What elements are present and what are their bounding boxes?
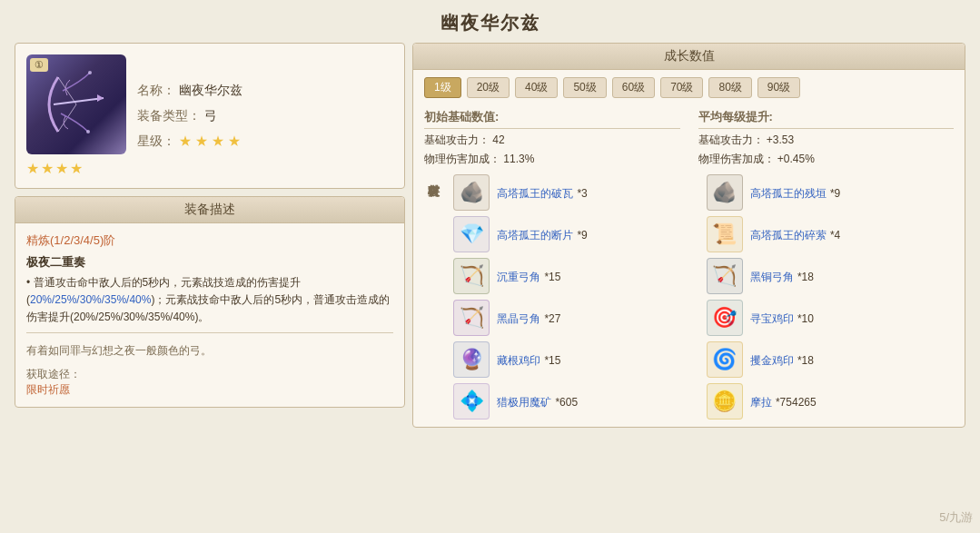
star-label-row: 星级： ★ ★ ★ ★ xyxy=(137,133,393,150)
desc-content: 精炼(1/2/3/4/5)阶 极夜二重奏 • 普通攻击命中敌人后的5秒内，元素战… xyxy=(15,223,404,407)
mat-name: 高塔孤王的断片 xyxy=(497,229,573,242)
desc-header: 装备描述 xyxy=(15,197,404,223)
mat-name: 黑晶弓角 xyxy=(497,312,540,325)
weapon-details: 名称： 幽夜华尔兹 装备类型： 弓 星级： ★ ★ ★ ★ xyxy=(137,54,393,177)
stats-section: 初始基础数值: 基础攻击力： 42 物理伤害加成： 11.3% 平均每级提升: … xyxy=(413,105,965,174)
mat-icon: 🔮 xyxy=(453,341,490,378)
material-item: 📜 高塔孤王的碎萦 *4 xyxy=(707,216,955,252)
base-atk-row: 基础攻击力： 42 xyxy=(424,133,680,148)
level-badge: ① xyxy=(30,58,48,72)
mat-icon: 🪙 xyxy=(707,383,743,419)
desc-box: 装备描述 精炼(1/2/3/4/5)阶 极夜二重奏 • 普通攻击命中敌人后的5秒… xyxy=(15,196,405,408)
mat-count: *9 xyxy=(830,187,840,200)
mat-icon: 🌀 xyxy=(707,341,743,378)
mat-count: *27 xyxy=(544,312,560,325)
mat-icon: 🏹 xyxy=(453,300,490,336)
mat-count: *10 xyxy=(797,312,814,325)
mat-count: *18 xyxy=(797,271,814,283)
mat-count: *18 xyxy=(797,354,814,367)
average-label: 平均每级提升: xyxy=(698,109,955,129)
weapon-image-container: ① xyxy=(26,54,126,177)
name-value: 幽夜华尔兹 xyxy=(179,83,243,97)
mat-icon: 💠 xyxy=(453,383,490,419)
star-3: ★ xyxy=(55,160,68,177)
name-label: 名称： xyxy=(137,83,175,97)
flavor-text: 有着如同罪与幻想之夜一般颜色的弓。 xyxy=(26,342,393,360)
star-row: ★ ★ ★ ★ xyxy=(26,160,126,177)
average-stats-col: 平均每级提升: 基础攻击力： +3.53 物理伤害加成： +0.45% xyxy=(698,109,955,167)
star-1: ★ xyxy=(26,160,39,177)
star-4: ★ xyxy=(70,160,83,177)
phys-dmg-row: 物理伤害加成： 11.3% xyxy=(424,152,680,167)
avg-atk-row: 基础攻击力： +3.53 xyxy=(698,133,955,148)
highlight-1: 20%/25%/30%/35%/40% xyxy=(30,293,151,306)
material-item: 🏹 黑铜弓角 *18 xyxy=(707,258,955,294)
right-header: 成长数值 xyxy=(413,44,965,70)
mat-count: *15 xyxy=(544,271,560,283)
mat-name: 黑铜弓角 xyxy=(750,271,794,283)
mat-name: 猎极用魔矿 xyxy=(497,396,551,409)
svg-line-0 xyxy=(58,77,76,104)
material-item: 🎯 寻宝鸡印 *10 xyxy=(707,300,955,336)
tab-20lv[interactable]: 20级 xyxy=(467,77,510,98)
star-2: ★ xyxy=(41,160,54,177)
tab-60lv[interactable]: 60级 xyxy=(612,77,655,98)
material-item: 🪨 高塔孤王的残垣 *9 xyxy=(707,174,955,211)
mat-name: 寻宝鸡印 xyxy=(750,312,794,325)
weapon-image: ① xyxy=(26,54,126,154)
mat-count: *15 xyxy=(544,354,560,367)
mat-count: *605 xyxy=(555,396,578,409)
svg-line-2 xyxy=(54,98,104,104)
tab-40lv[interactable]: 40级 xyxy=(515,77,558,98)
svg-point-4 xyxy=(88,71,92,74)
materials-grid: 🪨 高塔孤王的破瓦 *3 🪨 高塔孤王的残垣 *9 💎 高塔孤王的断片 *9 📜… xyxy=(453,174,954,419)
skill-desc: • 普通攻击命中敌人后的5秒内，元素战技造成的伤害提升(20%/25%/30%/… xyxy=(26,274,393,327)
obtain-label: 获取途径： 限时祈愿 xyxy=(26,367,393,398)
mat-name: 攫金鸡印 xyxy=(750,354,794,367)
type-value: 弓 xyxy=(204,108,217,123)
tab-70lv[interactable]: 70级 xyxy=(660,77,703,98)
mat-count: *4 xyxy=(830,229,840,242)
star-display: ★ ★ ★ ★ xyxy=(179,133,241,148)
mat-icon: 📜 xyxy=(707,216,743,252)
mat-name: 摩拉 xyxy=(750,396,772,409)
mat-icon: 🏹 xyxy=(453,258,490,294)
tab-1lv[interactable]: 1级 xyxy=(424,77,461,98)
mat-name: 高塔孤王的破瓦 xyxy=(497,187,573,200)
mat-name: 高塔孤王的残垣 xyxy=(750,187,827,200)
mat-icon: 🪨 xyxy=(707,174,743,211)
tab-90lv[interactable]: 90级 xyxy=(757,77,800,98)
mat-icon: 🏹 xyxy=(707,258,743,294)
material-item: 🪨 高塔孤王的破瓦 *3 xyxy=(453,174,701,211)
mat-icon: 🎯 xyxy=(707,300,743,336)
mat-count: *754265 xyxy=(776,396,817,409)
material-item: 🔮 藏根鸡印 *15 xyxy=(453,341,701,378)
watermark: 5/九游 xyxy=(939,509,973,526)
mat-name: 藏根鸡印 xyxy=(497,354,540,367)
level-tabs: 1级 20级 40级 50级 60级 70级 80级 90级 xyxy=(413,70,965,105)
mat-count: *3 xyxy=(577,187,587,200)
material-item: 🌀 攫金鸡印 *18 xyxy=(707,341,955,378)
skill-name: 极夜二重奏 xyxy=(26,254,393,271)
tab-80lv[interactable]: 80级 xyxy=(708,77,751,98)
material-item: 🏹 黑晶弓角 *27 xyxy=(453,300,701,336)
mat-name: 高塔孤王的碎萦 xyxy=(750,229,827,242)
divider xyxy=(26,332,393,333)
page-title: 幽夜华尔兹 xyxy=(0,0,980,43)
initial-stats-col: 初始基础数值: 基础攻击力： 42 物理伤害加成： 11.3% xyxy=(424,109,680,167)
mat-name: 沉重弓角 xyxy=(497,271,540,283)
avg-phys-row: 物理伤害加成： +0.45% xyxy=(698,152,955,167)
right-panel: 成长数值 1级 20级 40级 50级 60级 70级 80级 90级 初始基础… xyxy=(412,43,965,428)
material-item: 💎 高塔孤王的断片 *9 xyxy=(453,216,701,252)
mat-icon: 💎 xyxy=(453,216,490,252)
left-panel: ① xyxy=(15,43,405,428)
svg-marker-3 xyxy=(97,94,104,102)
initial-label: 初始基础数值: xyxy=(424,109,680,129)
main-container: ① xyxy=(0,43,980,437)
type-label: 装备类型： xyxy=(137,108,201,123)
material-item: 🏹 沉重弓角 *15 xyxy=(453,258,701,294)
mat-icon: 🪨 xyxy=(453,174,490,211)
material-item: 🪙 摩拉 *754265 xyxy=(707,383,955,419)
name-row: 名称： 幽夜华尔兹 xyxy=(137,83,393,99)
tab-50lv[interactable]: 50级 xyxy=(563,77,606,98)
